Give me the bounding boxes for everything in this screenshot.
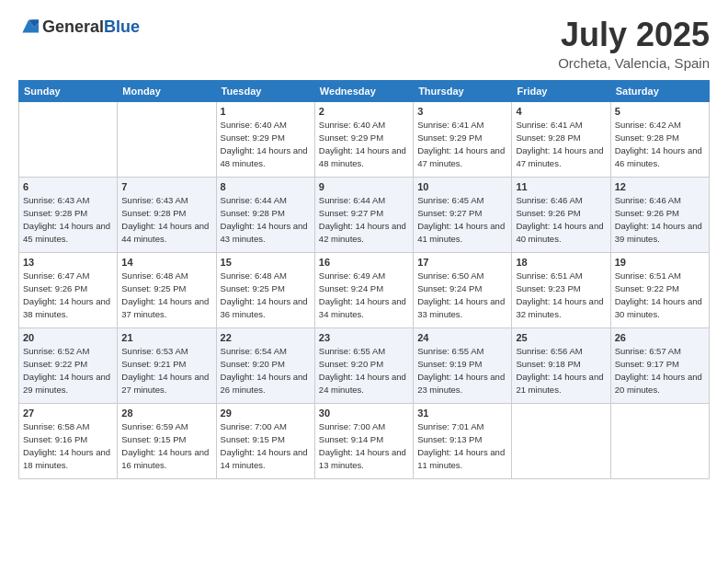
- cell-content: Sunrise: 7:00 AMSunset: 9:15 PMDaylight:…: [221, 421, 308, 469]
- calendar-cell: [512, 403, 610, 478]
- calendar-cell: 26Sunrise: 6:57 AMSunset: 9:17 PMDayligh…: [610, 327, 709, 403]
- cell-content: Sunrise: 7:00 AMSunset: 9:14 PMDaylight:…: [319, 421, 406, 469]
- calendar-cell: 18Sunrise: 6:51 AMSunset: 9:23 PMDayligh…: [512, 252, 610, 327]
- day-number: 26: [615, 331, 705, 345]
- col-thursday: Thursday: [414, 80, 512, 101]
- calendar-week-1: 6Sunrise: 6:43 AMSunset: 9:28 PMDaylight…: [19, 177, 710, 252]
- calendar-cell: 7Sunrise: 6:43 AMSunset: 9:28 PMDaylight…: [118, 177, 216, 252]
- cell-content: Sunrise: 6:59 AMSunset: 9:15 PMDaylight:…: [121, 421, 209, 469]
- calendar-cell: 31Sunrise: 7:01 AMSunset: 9:13 PMDayligh…: [414, 403, 512, 478]
- day-number: 29: [221, 407, 311, 420]
- calendar-cell: [118, 101, 216, 177]
- calendar-cell: 27Sunrise: 6:58 AMSunset: 9:16 PMDayligh…: [19, 403, 118, 478]
- day-number: 22: [221, 331, 311, 345]
- day-number: 12: [615, 180, 705, 194]
- calendar-cell: 1Sunrise: 6:40 AMSunset: 9:29 PMDaylight…: [216, 101, 314, 177]
- day-number: 7: [121, 180, 211, 194]
- cell-content: Sunrise: 6:43 AMSunset: 9:28 PMDaylight:…: [23, 195, 110, 243]
- calendar-cell: 6Sunrise: 6:43 AMSunset: 9:28 PMDaylight…: [19, 177, 118, 252]
- cell-content: Sunrise: 6:56 AMSunset: 9:18 PMDaylight:…: [516, 346, 603, 394]
- calendar-cell: 19Sunrise: 6:51 AMSunset: 9:22 PMDayligh…: [610, 252, 709, 327]
- day-number: 6: [23, 180, 113, 194]
- day-number: 1: [221, 105, 311, 119]
- cell-content: Sunrise: 6:43 AMSunset: 9:28 PMDaylight:…: [121, 195, 209, 243]
- day-number: 17: [417, 256, 507, 270]
- calendar-cell: 14Sunrise: 6:48 AMSunset: 9:25 PMDayligh…: [118, 252, 216, 327]
- cell-content: Sunrise: 6:54 AMSunset: 9:20 PMDaylight:…: [221, 346, 308, 394]
- page: GeneralBlue July 2025 Orcheta, Valencia,…: [0, 0, 728, 563]
- day-number: 4: [516, 105, 606, 119]
- calendar-cell: [19, 101, 118, 177]
- calendar-cell: 4Sunrise: 6:41 AMSunset: 9:28 PMDaylight…: [512, 101, 610, 177]
- day-number: 10: [417, 180, 507, 194]
- calendar-cell: 25Sunrise: 6:56 AMSunset: 9:18 PMDayligh…: [512, 327, 610, 403]
- cell-content: Sunrise: 6:47 AMSunset: 9:26 PMDaylight:…: [23, 270, 110, 318]
- logo: GeneralBlue: [18, 17, 140, 37]
- cell-content: Sunrise: 6:55 AMSunset: 9:20 PMDaylight:…: [319, 346, 406, 394]
- calendar-cell: [610, 403, 709, 478]
- cell-content: Sunrise: 6:57 AMSunset: 9:17 PMDaylight:…: [615, 346, 702, 394]
- cell-content: Sunrise: 6:58 AMSunset: 9:16 PMDaylight:…: [23, 421, 110, 469]
- day-number: 2: [319, 105, 409, 119]
- cell-content: Sunrise: 6:49 AMSunset: 9:24 PMDaylight:…: [319, 270, 406, 318]
- cell-content: Sunrise: 6:53 AMSunset: 9:21 PMDaylight:…: [121, 346, 209, 394]
- day-number: 18: [516, 256, 606, 270]
- cell-content: Sunrise: 7:01 AMSunset: 9:13 PMDaylight:…: [417, 421, 505, 469]
- header-row: Sunday Monday Tuesday Wednesday Thursday…: [19, 80, 710, 101]
- day-number: 16: [319, 256, 409, 270]
- calendar-cell: 28Sunrise: 6:59 AMSunset: 9:15 PMDayligh…: [118, 403, 216, 478]
- calendar-table: Sunday Monday Tuesday Wednesday Thursday…: [18, 80, 710, 479]
- cell-content: Sunrise: 6:48 AMSunset: 9:25 PMDaylight:…: [121, 270, 209, 318]
- logo-general: General: [42, 17, 104, 36]
- calendar-cell: 9Sunrise: 6:44 AMSunset: 9:27 PMDaylight…: [314, 177, 413, 252]
- day-number: 30: [319, 407, 409, 420]
- cell-content: Sunrise: 6:41 AMSunset: 9:28 PMDaylight:…: [516, 120, 603, 167]
- day-number: 31: [417, 407, 507, 420]
- cell-content: Sunrise: 6:50 AMSunset: 9:24 PMDaylight:…: [417, 270, 505, 318]
- day-number: 9: [319, 180, 409, 194]
- calendar-cell: 15Sunrise: 6:48 AMSunset: 9:25 PMDayligh…: [216, 252, 314, 327]
- calendar-cell: 29Sunrise: 7:00 AMSunset: 9:15 PMDayligh…: [216, 403, 314, 478]
- calendar-week-2: 13Sunrise: 6:47 AMSunset: 9:26 PMDayligh…: [19, 252, 710, 327]
- cell-content: Sunrise: 6:40 AMSunset: 9:29 PMDaylight:…: [221, 120, 308, 167]
- day-number: 5: [615, 105, 705, 119]
- calendar-cell: 2Sunrise: 6:40 AMSunset: 9:29 PMDaylight…: [314, 101, 413, 177]
- calendar-cell: 17Sunrise: 6:50 AMSunset: 9:24 PMDayligh…: [414, 252, 512, 327]
- day-number: 13: [23, 256, 113, 270]
- day-number: 20: [23, 331, 113, 345]
- logo-text: GeneralBlue: [42, 18, 140, 36]
- calendar-cell: 16Sunrise: 6:49 AMSunset: 9:24 PMDayligh…: [314, 252, 413, 327]
- calendar-cell: 30Sunrise: 7:00 AMSunset: 9:14 PMDayligh…: [314, 403, 413, 478]
- cell-content: Sunrise: 6:46 AMSunset: 9:26 PMDaylight:…: [516, 195, 603, 243]
- calendar-cell: 22Sunrise: 6:54 AMSunset: 9:20 PMDayligh…: [216, 327, 314, 403]
- col-monday: Monday: [118, 80, 216, 101]
- calendar-cell: 3Sunrise: 6:41 AMSunset: 9:29 PMDaylight…: [414, 101, 512, 177]
- calendar-cell: 5Sunrise: 6:42 AMSunset: 9:28 PMDaylight…: [610, 101, 709, 177]
- day-number: 24: [417, 331, 507, 345]
- cell-content: Sunrise: 6:42 AMSunset: 9:28 PMDaylight:…: [615, 120, 702, 167]
- cell-content: Sunrise: 6:45 AMSunset: 9:27 PMDaylight:…: [417, 195, 505, 243]
- calendar-cell: 8Sunrise: 6:44 AMSunset: 9:28 PMDaylight…: [216, 177, 314, 252]
- logo-blue: Blue: [104, 17, 140, 36]
- cell-content: Sunrise: 6:44 AMSunset: 9:28 PMDaylight:…: [221, 195, 308, 243]
- cell-content: Sunrise: 6:51 AMSunset: 9:23 PMDaylight:…: [516, 270, 603, 318]
- calendar-week-4: 27Sunrise: 6:58 AMSunset: 9:16 PMDayligh…: [19, 403, 710, 478]
- day-number: 25: [516, 331, 606, 345]
- col-friday: Friday: [512, 80, 610, 101]
- col-wednesday: Wednesday: [314, 80, 413, 101]
- cell-content: Sunrise: 6:51 AMSunset: 9:22 PMDaylight:…: [615, 270, 702, 318]
- calendar-cell: 12Sunrise: 6:46 AMSunset: 9:26 PMDayligh…: [610, 177, 709, 252]
- cell-content: Sunrise: 6:44 AMSunset: 9:27 PMDaylight:…: [319, 195, 406, 243]
- cell-content: Sunrise: 6:40 AMSunset: 9:29 PMDaylight:…: [319, 120, 406, 167]
- calendar-cell: 11Sunrise: 6:46 AMSunset: 9:26 PMDayligh…: [512, 177, 610, 252]
- calendar-cell: 20Sunrise: 6:52 AMSunset: 9:22 PMDayligh…: [19, 327, 118, 403]
- calendar-week-3: 20Sunrise: 6:52 AMSunset: 9:22 PMDayligh…: [19, 327, 710, 403]
- day-number: 19: [615, 256, 705, 270]
- col-sunday: Sunday: [19, 80, 118, 101]
- title-location: Orcheta, Valencia, Spain: [558, 55, 710, 71]
- calendar-cell: 13Sunrise: 6:47 AMSunset: 9:26 PMDayligh…: [19, 252, 118, 327]
- calendar-week-0: 1Sunrise: 6:40 AMSunset: 9:29 PMDaylight…: [19, 101, 710, 177]
- day-number: 11: [516, 180, 606, 194]
- cell-content: Sunrise: 6:52 AMSunset: 9:22 PMDaylight:…: [23, 346, 110, 394]
- day-number: 27: [23, 407, 113, 420]
